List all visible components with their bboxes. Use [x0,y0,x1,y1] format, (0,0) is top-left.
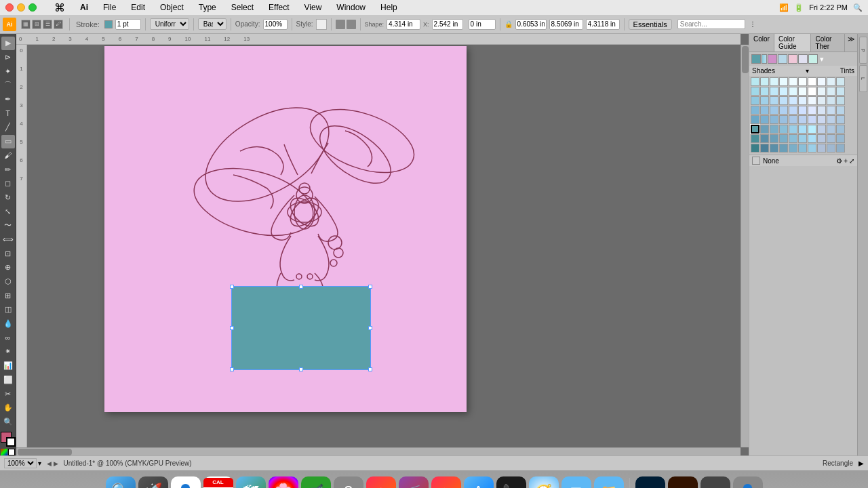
tab-color-theme[interactable]: Color Ther [811,34,845,52]
color-cell[interactable] [798,115,807,124]
hand-tool[interactable]: ✋ [1,401,15,415]
shape-width-input[interactable] [387,19,420,30]
eraser-tool[interactable]: ◻ [1,177,15,190]
color-cell[interactable] [836,144,845,152]
color-cell[interactable] [827,144,835,152]
line-tool[interactable]: ╱ [1,121,15,134]
tab-color[interactable]: Color [749,34,774,52]
expand-grid-btn[interactable]: ⤢ [849,157,854,165]
dock-photoshop[interactable]: Ps [635,476,665,489]
x-input[interactable] [432,19,463,30]
color-cell[interactable] [779,87,788,96]
type-tool[interactable]: T [1,106,15,120]
properties-btn[interactable]: P [859,37,867,64]
color-cell[interactable] [827,125,835,134]
main-color-swatch[interactable] [751,54,761,64]
color-cell[interactable] [760,115,769,124]
handle-br[interactable] [368,367,372,371]
harmony-swatch-2[interactable] [778,54,787,64]
perspective-grid-tool[interactable]: ⬡ [1,275,15,289]
color-cell[interactable] [808,87,816,96]
dock-launchpad[interactable]: 🚀 [138,476,168,489]
color-cell[interactable] [817,144,826,152]
mesh-tool[interactable]: ⊞ [1,289,15,302]
scrollbar-thumb-v[interactable] [742,46,749,73]
dock-finder[interactable]: 🔍 [106,476,136,489]
color-cell[interactable] [760,134,769,143]
dock-safari[interactable]: 🧭 [529,476,559,489]
fill-stroke-indicator[interactable] [1,432,16,447]
color-cell[interactable] [760,106,769,115]
color-cell[interactable] [817,134,826,143]
color-cell[interactable] [808,77,816,86]
color-cell[interactable] [827,87,835,96]
paintbrush-tool[interactable]: 🖌 [1,149,15,163]
dock-mail[interactable]: ✉ [561,476,591,489]
color-cell[interactable] [817,115,826,124]
color-cell[interactable] [779,125,788,134]
color-cell[interactable] [827,115,835,124]
color-cell[interactable] [836,96,845,105]
handle-mr[interactable] [368,326,372,330]
color-cell[interactable] [770,87,778,96]
warp-tool[interactable]: 〜 [1,219,15,232]
color-cell[interactable] [789,96,797,105]
color-cell[interactable] [751,125,760,134]
color-cell[interactable] [779,144,788,152]
magic-wand-tool[interactable]: ✦ [1,64,15,78]
menu-view[interactable]: View [302,1,325,14]
handle-bl[interactable] [230,367,234,371]
color-cell[interactable] [779,115,788,124]
blend-tool[interactable]: ∞ [1,331,15,344]
rectangle-tool[interactable]: ▭ [1,135,15,148]
color-cell[interactable] [827,77,835,86]
color-cell[interactable] [836,115,845,124]
dock-facetime2[interactable]: 📞 [496,476,526,489]
dock-maps[interactable]: 🗺 [236,476,266,489]
width-tool[interactable]: ⟺ [1,233,15,247]
menu-edit[interactable]: Edit [128,1,148,14]
color-cell[interactable] [827,96,835,105]
expand-btn[interactable]: ▾ [820,55,824,64]
color-cell[interactable] [789,115,797,124]
color-cell[interactable] [798,106,807,115]
align-icon[interactable] [347,20,356,29]
color-cell[interactable] [817,87,826,96]
dock-folder[interactable]: 📁 [594,476,624,489]
stroke-type-select[interactable]: Uniform [150,18,189,30]
dock-calendar[interactable]: CAL 15 [203,476,233,489]
color-cell[interactable] [808,144,816,152]
slice-tool[interactable]: ✂ [1,387,15,401]
vertical-scrollbar[interactable] [741,45,749,447]
handle-ml[interactable] [230,326,234,330]
close-button[interactable] [5,3,14,12]
color-cell[interactable] [817,125,826,134]
color-cell[interactable] [836,87,845,96]
color-cell[interactable] [760,125,769,134]
panel-menu-btn[interactable]: ≫ [845,34,857,52]
select-tool[interactable]: ▶ [1,37,15,50]
stroke-color-swatch[interactable] [104,20,113,28]
color-cell[interactable] [751,77,760,86]
scrollbar-thumb-h[interactable] [18,449,72,455]
search-icon[interactable]: 🔍 [853,3,863,12]
color-cell[interactable] [836,125,845,134]
color-cell[interactable] [789,77,797,86]
color-cell[interactable] [770,77,778,86]
handle-tl[interactable] [230,285,234,289]
menu-effect[interactable]: Effect [266,1,292,14]
harmony-swatch-5[interactable] [808,54,818,64]
color-cell[interactable] [798,87,807,96]
selected-object-container[interactable] [232,287,370,369]
pen-tool[interactable]: ✒ [1,93,15,106]
color-cell[interactable] [808,96,816,105]
color-cell[interactable] [760,77,769,86]
dock-person[interactable]: 👤 [733,476,763,489]
h-input[interactable] [549,19,583,30]
dock-music[interactable]: ♪ [366,476,396,489]
shades-tints-toggle[interactable]: ▾ [806,67,809,75]
color-cell[interactable] [798,144,807,152]
color-cell[interactable] [779,134,788,143]
none-swatch[interactable] [752,157,760,165]
harmony-swatch-1[interactable] [768,54,777,64]
